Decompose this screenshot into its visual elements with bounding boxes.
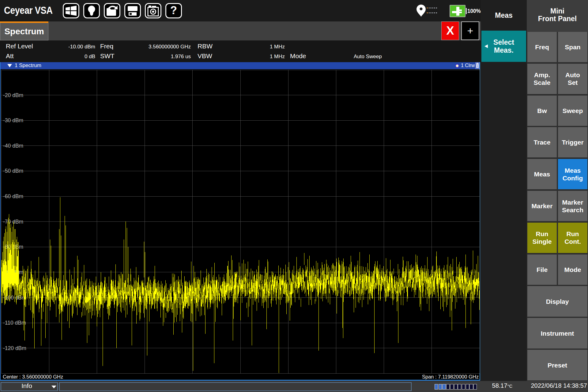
svg-text:-40 dBm: -40 dBm [3,143,23,149]
svg-text:-20 dBm: -20 dBm [3,92,23,98]
svg-text:-120 dBm: -120 dBm [3,345,26,351]
svg-text:-50 dBm: -50 dBm [3,168,23,174]
svg-text:-110 dBm: -110 dBm [3,320,26,326]
svg-text:-60 dBm: -60 dBm [3,193,23,199]
svg-text:-70 dBm: -70 dBm [3,219,23,225]
svg-text:-30 dBm: -30 dBm [3,117,23,123]
